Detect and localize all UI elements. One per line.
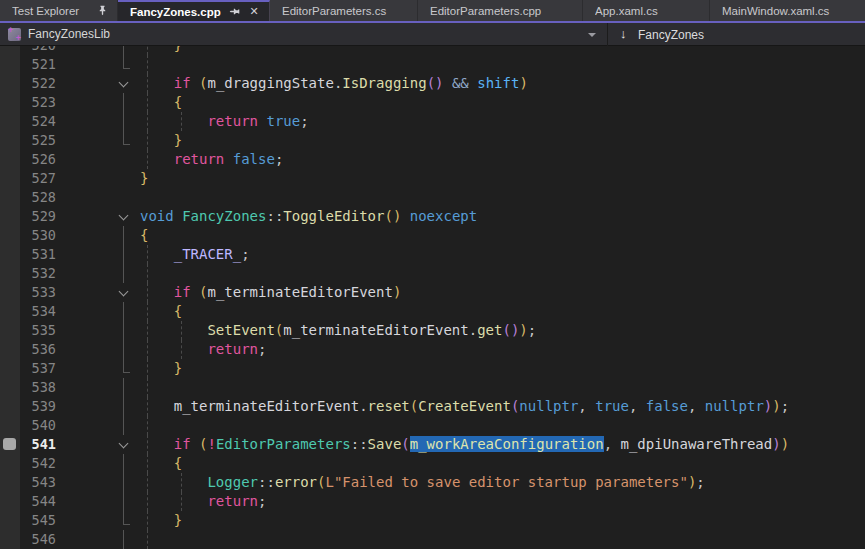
code-text: SetEvent(m_terminateEditorEvent.get()); xyxy=(136,321,865,340)
code-token: && xyxy=(452,75,469,91)
code-line-537[interactable]: 537 } xyxy=(0,359,865,378)
gutter-spacer xyxy=(60,188,112,207)
code-token xyxy=(469,75,477,91)
code-token: . xyxy=(469,322,477,338)
code-token: { xyxy=(140,227,148,243)
code-token: SetEvent xyxy=(140,322,275,338)
code-token: ; xyxy=(241,246,249,262)
tab-editorparameters-cpp[interactable]: EditorParameters.cpp xyxy=(418,0,583,21)
code-line-541[interactable]: 541 if (!EditorParameters::Save(m_workAr… xyxy=(0,435,865,454)
fold-guide xyxy=(112,530,136,549)
code-text: { xyxy=(136,302,865,321)
line-number: 524 xyxy=(0,112,60,131)
code-line-542[interactable]: 542 { xyxy=(0,454,865,473)
code-line-529[interactable]: 529void FancyZones::ToggleEditor() noexc… xyxy=(0,207,865,226)
fold-guide xyxy=(112,93,136,112)
gutter-spacer xyxy=(60,435,112,454)
code-line-533[interactable]: 533 if (m_terminateEditorEvent) xyxy=(0,283,865,302)
fold-chevron-icon[interactable] xyxy=(112,74,136,93)
code-text: { xyxy=(136,226,865,245)
code-token: ) xyxy=(772,398,780,414)
code-text: Logger::error(L"Failed to save editor st… xyxy=(136,473,865,492)
code-line-544[interactable]: 544 return; xyxy=(0,492,865,511)
fold-guide xyxy=(112,454,136,473)
code-line-534[interactable]: 534 { xyxy=(0,302,865,321)
gutter-spacer xyxy=(60,283,112,302)
gutter-spacer xyxy=(60,530,112,549)
gutter-spacer xyxy=(60,169,112,188)
line-number: 544 xyxy=(0,492,60,511)
code-text: { xyxy=(136,454,865,473)
code-line-527[interactable]: 527} xyxy=(0,169,865,188)
tab-fancyzones-cpp[interactable]: FancyZones.cpp ✕ xyxy=(118,0,270,21)
code-token: , xyxy=(629,398,646,414)
navbar-divider xyxy=(607,23,608,46)
code-line-546[interactable]: 546 xyxy=(0,530,865,549)
symbol-dropdown[interactable]: FancyZones xyxy=(638,28,704,42)
code-text: return false; xyxy=(136,150,865,169)
gutter-spacer xyxy=(60,359,112,378)
code-text xyxy=(136,264,865,283)
fold-chevron-icon[interactable] xyxy=(112,283,136,302)
code-line-538[interactable]: 538 xyxy=(0,378,865,397)
code-line-543[interactable]: 543 Logger::error(L"Failed to save edito… xyxy=(0,473,865,492)
gutter-spacer xyxy=(60,93,112,112)
tab-editorparameters-cs[interactable]: EditorParameters.cs xyxy=(270,0,418,21)
fold-guide xyxy=(112,473,136,492)
code-line-545[interactable]: 545 } xyxy=(0,511,865,530)
code-line-524[interactable]: 524 return true; xyxy=(0,112,865,131)
pin-icon[interactable] xyxy=(95,4,109,18)
fold-guide xyxy=(112,169,136,188)
code-line-535[interactable]: 535 SetEvent(m_terminateEditorEvent.get(… xyxy=(0,321,865,340)
code-token: ) xyxy=(764,398,772,414)
navigation-bar: ++ FancyZonesLib ↓ FancyZones xyxy=(0,23,865,46)
code-line-521[interactable]: 521 xyxy=(0,55,865,74)
code-token: ( xyxy=(410,398,418,414)
gutter-spacer xyxy=(60,302,112,321)
code-line-531[interactable]: 531 _TRACER_; xyxy=(0,245,865,264)
fold-chevron-icon[interactable] xyxy=(112,207,136,226)
fold-guide xyxy=(112,378,136,397)
code-text: if (m_draggingState.IsDragging() && shif… xyxy=(136,74,865,93)
project-scope-dropdown[interactable]: FancyZonesLib xyxy=(28,27,110,41)
code-token: false xyxy=(646,398,688,414)
code-line-532[interactable]: 532 xyxy=(0,264,865,283)
code-line-526[interactable]: 526 return false; xyxy=(0,150,865,169)
tab-test-explorer[interactable]: Test Explorer xyxy=(0,0,118,21)
selected-identifier: m_workAreaConfiguration xyxy=(410,436,604,452)
pin-icon[interactable] xyxy=(227,5,241,19)
code-token: return xyxy=(140,151,224,167)
code-token xyxy=(401,208,409,224)
gutter-spacer xyxy=(60,473,112,492)
code-token: . xyxy=(359,398,367,414)
code-line-540[interactable]: 540 xyxy=(0,416,865,435)
code-text: } xyxy=(136,359,865,378)
code-line-536[interactable]: 536 return; xyxy=(0,340,865,359)
code-line-539[interactable]: 539 m_terminateEditorEvent.reset(CreateE… xyxy=(0,397,865,416)
code-line-525[interactable]: 525 } xyxy=(0,131,865,150)
fold-chevron-icon[interactable] xyxy=(112,435,136,454)
fold-guide xyxy=(112,55,136,74)
code-token: return xyxy=(140,341,258,357)
code-line-528[interactable]: 528 xyxy=(0,188,865,207)
tab-mainwindow-xaml-cs[interactable]: MainWindow.xaml.cs xyxy=(710,0,865,21)
code-line-523[interactable]: 523 { xyxy=(0,93,865,112)
gutter-spacer xyxy=(60,245,112,264)
code-token: , xyxy=(578,398,595,414)
code-token: m_terminateEditorEvent xyxy=(140,398,359,414)
code-line-522[interactable]: 522 if (m_draggingState.IsDragging() && … xyxy=(0,74,865,93)
indent-guide xyxy=(147,245,148,264)
fold-guide xyxy=(112,321,136,340)
code-editor[interactable]: 520 }521522 if (m_draggingState.IsDraggi… xyxy=(0,36,865,549)
tab-app-xaml-cs[interactable]: App.xaml.cs xyxy=(583,0,710,21)
indent-guide xyxy=(147,530,148,549)
close-icon[interactable]: ✕ xyxy=(247,5,261,19)
chevron-down-icon[interactable] xyxy=(588,33,596,37)
code-line-530[interactable]: 530{ xyxy=(0,226,865,245)
code-text: { xyxy=(136,93,865,112)
code-text: void FancyZones::ToggleEditor() noexcept xyxy=(136,207,865,226)
code-text: return; xyxy=(136,340,865,359)
indent-guide xyxy=(147,264,148,283)
code-token: Logger xyxy=(140,474,258,490)
code-token: ToggleEditor xyxy=(283,208,384,224)
